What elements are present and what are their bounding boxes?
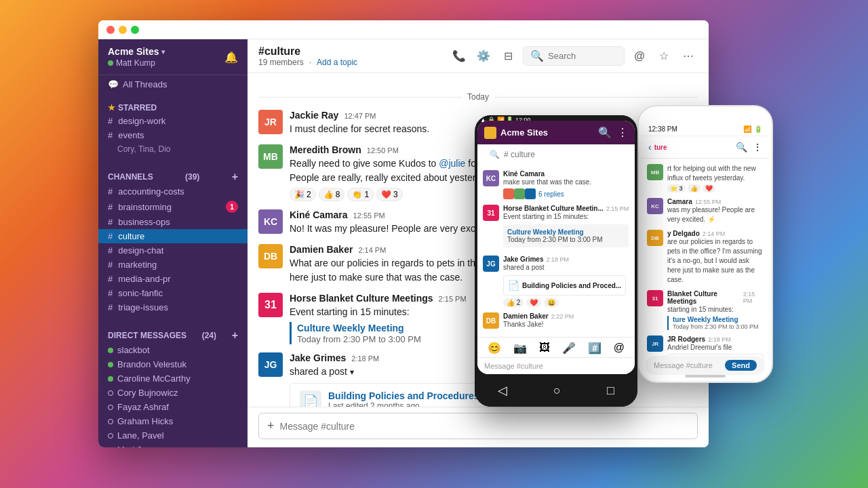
message-author: Damien Baker (290, 244, 353, 255)
layout-icon[interactable]: ⊟ (498, 47, 517, 66)
sidebar-item-culture[interactable]: # culture (98, 229, 248, 243)
search-icon: 🔍 (490, 150, 500, 159)
offline-status-icon (108, 390, 113, 396)
android-reaction-heart[interactable]: ❤️ (526, 298, 541, 307)
dm-name: Cory Bujnowicz (117, 388, 178, 398)
add-dm-icon[interactable]: + (232, 329, 238, 342)
camera-icon[interactable]: 📷 (513, 342, 527, 354)
sidebar-item-business-ops[interactable]: # business-ops (98, 215, 248, 229)
android-more-icon[interactable]: ⋮ (617, 126, 628, 139)
mention-icon[interactable]: #️⃣ (588, 342, 601, 354)
ios-more-icon[interactable]: ⋮ (753, 142, 762, 152)
more-icon[interactable]: ⋯ (679, 47, 698, 66)
sidebar-item-design-work[interactable]: # design-work (98, 114, 248, 128)
android-search-row[interactable]: 🔍 (484, 147, 628, 162)
dm-lane[interactable]: Lane, Pavel (98, 428, 248, 443)
reaction-clap[interactable]: 👏 1 (347, 188, 374, 201)
android-reaction-thumbs[interactable]: 👍 2 (503, 298, 524, 307)
add-topic-button[interactable]: Add a topic (317, 58, 357, 67)
ios-input-bar[interactable]: Message #culture Send (646, 356, 765, 375)
sidebar-item-marketing[interactable]: # marketing (98, 258, 248, 272)
dm-mari[interactable]: Mari Ju (98, 443, 248, 447)
star-icon[interactable]: ☆ (654, 47, 673, 66)
ios-back-icon[interactable]: ‹ (648, 142, 652, 152)
android-reactions: 👍 2 ❤️ 😄 (503, 298, 626, 307)
sidebar-item-media-and-pr[interactable]: # media-and-pr (98, 272, 248, 286)
dm-fayaz[interactable]: Fayaz Ashraf (98, 400, 248, 414)
android-back-icon[interactable]: ◁ (498, 383, 507, 398)
dm-slackbot[interactable]: slackbot (98, 343, 248, 357)
ios-send-button[interactable]: Send (725, 360, 757, 371)
attach-icon[interactable]: + (267, 419, 275, 433)
sidebar-item-design-chat[interactable]: # design-chat (98, 243, 248, 258)
sidebar-item-brainstorming[interactable]: # brainstorming 1 (98, 199, 248, 215)
minimize-button[interactable] (119, 26, 127, 34)
ios-reaction[interactable]: ⭐ 3 (667, 184, 686, 192)
close-button[interactable] (106, 26, 115, 34)
android-workspace-label: Acme Sites (500, 127, 548, 138)
ios-status-bar: 12:38 PM 📶 🔋 (642, 123, 769, 136)
ios-time: 2:14 PM (703, 230, 726, 237)
settings-icon[interactable]: ⚙️ (474, 47, 493, 66)
dm-caroline[interactable]: Caroline McCarthy (98, 371, 248, 386)
phone-icon[interactable]: 📞 (450, 47, 469, 66)
reaction-thumbs[interactable]: 👍 8 (319, 188, 345, 201)
mention-link[interactable]: @julie (439, 158, 465, 169)
dm-cory[interactable]: Cory Bujnowicz (98, 386, 248, 400)
hash-icon: # (108, 116, 113, 126)
search-input[interactable] (548, 51, 617, 61)
dm-graham[interactable]: Graham Hicks (98, 414, 248, 428)
reaction-party[interactable]: 🎉 2 (290, 188, 316, 201)
hash-icon: # (108, 260, 113, 270)
android-recent-icon[interactable]: □ (607, 384, 614, 398)
member-count[interactable]: 19 members (258, 58, 304, 67)
message-input-box[interactable]: + (258, 413, 698, 439)
dm-section-header[interactable]: DIRECT MESSAGES (24) + (98, 325, 248, 343)
threads-icon: 💬 (108, 79, 119, 89)
channels-section-header[interactable]: CHANNELS (39) + (98, 167, 248, 184)
ios-search-icon[interactable]: 🔍 (736, 142, 747, 152)
channels-count-label: (39) (185, 172, 199, 182)
at-icon[interactable]: @ (630, 47, 649, 66)
channel-title: #culture (258, 45, 357, 58)
starred-section-header[interactable]: ★ STARRED (98, 99, 248, 114)
ios-signal-icon: 📶 (743, 125, 751, 133)
android-reaction-smile[interactable]: 😄 (544, 298, 559, 307)
ios-home-button[interactable] (685, 375, 726, 378)
android-channel-search[interactable] (504, 150, 623, 159)
all-threads-item[interactable]: 💬 All Threads (98, 75, 248, 94)
workspace-name[interactable]: Acme Sites ▾ (108, 46, 165, 57)
android-emoji-row: 😊 📷 🖼 🎤 #️⃣ @ (477, 337, 635, 359)
image-icon[interactable]: 🖼 (539, 342, 550, 354)
maximize-button[interactable] (131, 26, 139, 34)
android-event-content: Horse Blanket Culture Meetin... 2:15 PM … (503, 205, 629, 250)
sidebar-item-events[interactable]: # events (98, 128, 248, 142)
android-time: 2:18 PM (547, 256, 570, 263)
android-messages: KC Kiné Camara make sure that was the ca… (477, 165, 635, 337)
event-title-link[interactable]: Culture Weekly Meeting (297, 323, 404, 333)
ios-msg-text: rt for helping out with the new influx o… (667, 164, 764, 183)
reply-count[interactable]: 6 replies (538, 190, 564, 198)
emoji-icon[interactable]: 😊 (488, 342, 501, 354)
android-avatars-row: 6 replies (503, 188, 591, 199)
ios-reaction[interactable]: 👍 (688, 184, 701, 192)
hash-icon: # (108, 274, 113, 284)
reaction-heart[interactable]: ❤️ 3 (376, 188, 403, 201)
android-author: Jake Grimes (503, 256, 544, 263)
message-time: 12:47 PM (344, 112, 376, 120)
add-channel-icon[interactable]: + (232, 171, 238, 183)
sidebar-item-accounting-costs[interactable]: # accounting-costs (98, 184, 248, 199)
dm-brandon[interactable]: Brandon Velestuk (98, 357, 248, 371)
message-author: Horse Blanket Culture Meetings (290, 293, 433, 304)
notifications-icon[interactable]: 🔔 (224, 51, 238, 64)
android-search-icon[interactable]: 🔍 (598, 126, 612, 139)
search-box[interactable]: 🔍 (523, 46, 625, 66)
android-home-icon[interactable]: ○ (553, 384, 561, 398)
message-input[interactable] (280, 421, 689, 432)
mic-icon[interactable]: 🎤 (562, 342, 576, 354)
sidebar-item-sonic-fanfic[interactable]: # sonic-fanfic (98, 286, 248, 300)
at-sign-icon[interactable]: @ (614, 342, 625, 354)
sidebar-item-triage-issues[interactable]: # triage-issues (98, 300, 248, 314)
ios-reaction[interactable]: ❤️ (703, 184, 715, 192)
offline-status-icon (108, 447, 113, 448)
